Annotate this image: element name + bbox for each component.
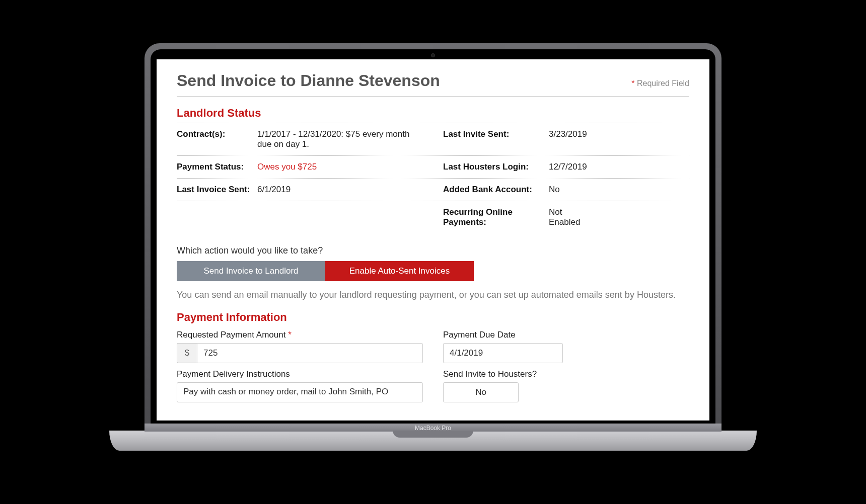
payment-status-value: Owes you $725 [257, 162, 317, 172]
recurring-value: Not Enabled [549, 207, 589, 227]
last-invoice-value: 6/1/2019 [257, 185, 291, 195]
due-date-field: Payment Due Date [443, 330, 689, 363]
requested-amount-input[interactable] [197, 343, 423, 363]
status-row-contracts: Contract(s): 1/1/2017 - 12/31/2020: $75 … [177, 123, 689, 155]
status-col-left: Contract(s): 1/1/2017 - 12/31/2020: $75 … [177, 129, 423, 149]
action-button-group: Send Invoice to Landlord Enable Auto-Sen… [177, 261, 474, 281]
due-date-label: Payment Due Date [443, 330, 689, 340]
delivery-instructions-field: Payment Delivery Instructions Pay with c… [177, 369, 423, 402]
last-invoice-label: Last Invoice Sent: [177, 185, 257, 195]
laptop-inner-bezel: Send Invoice to Dianne Stevenson * Requi… [151, 49, 715, 425]
status-col-left [177, 207, 423, 227]
page-title: Send Invoice to Dianne Stevenson [177, 71, 440, 90]
action-prompt: Which action would you like to take? [177, 245, 689, 256]
last-invite-label: Last Invite Sent: [443, 129, 549, 149]
app-screen: Send Invoice to Dianne Stevenson * Requi… [157, 59, 709, 421]
status-row-recurring: Recurring Online Payments: Not Enabled [177, 201, 689, 233]
requested-amount-label: Requested Payment Amount * [177, 330, 423, 340]
send-invite-field: Send Invite to Housters? No [443, 369, 689, 402]
status-col-left: Last Invoice Sent: 6/1/2019 [177, 185, 423, 195]
payment-status-label: Payment Status: [177, 162, 257, 172]
last-login-label: Last Housters Login: [443, 162, 549, 172]
status-col-right: Last Invite Sent: 3/23/2019 [443, 129, 689, 149]
contracts-label: Contract(s): [177, 129, 257, 149]
delivery-instructions-label: Payment Delivery Instructions [177, 369, 423, 379]
status-col-right: Last Housters Login: 12/7/2019 [443, 162, 689, 172]
required-asterisk: * [288, 330, 292, 340]
send-invoice-button[interactable]: Send Invoice to Landlord [177, 261, 325, 281]
status-row-payment-status: Payment Status: Owes you $725 Last Houst… [177, 155, 689, 178]
payment-information-section: Payment Information Requested Payment Am… [177, 311, 689, 402]
laptop-bezel: Send Invoice to Dianne Stevenson * Requi… [145, 43, 721, 431]
status-col-right: Added Bank Account: No [443, 185, 689, 195]
requested-amount-label-text: Requested Payment Amount [177, 330, 288, 340]
bank-account-value: No [549, 185, 560, 195]
contracts-value: 1/1/2017 - 12/31/2020: $75 every month d… [257, 129, 423, 149]
form-row-2: Payment Delivery Instructions Pay with c… [177, 369, 689, 402]
send-invite-select[interactable]: No [443, 382, 519, 402]
page-content: Send Invoice to Dianne Stevenson * Requi… [157, 59, 709, 414]
delivery-instructions-input[interactable]: Pay with cash or money order, mail to Jo… [177, 382, 423, 402]
status-col-left: Payment Status: Owes you $725 [177, 162, 423, 172]
laptop-base: MacBook Pro [109, 431, 757, 451]
camera-icon [431, 53, 435, 57]
form-row-1: Requested Payment Amount * $ Payment Due… [177, 330, 689, 363]
action-help-text: You can send an email manually to your l… [177, 288, 689, 302]
laptop-notch [393, 431, 473, 438]
landlord-status-heading: Landlord Status [177, 107, 689, 120]
due-date-input[interactable] [443, 343, 563, 363]
send-invite-label: Send Invite to Housters? [443, 369, 689, 379]
recurring-label: Recurring Online Payments: [443, 207, 549, 227]
status-col-right: Recurring Online Payments: Not Enabled [443, 207, 689, 227]
requested-amount-input-group: $ [177, 343, 423, 363]
required-label: Required Field [635, 79, 690, 88]
last-invite-value: 3/23/2019 [549, 129, 587, 149]
laptop-mockup: Send Invoice to Dianne Stevenson * Requi… [109, 43, 757, 461]
requested-amount-field: Requested Payment Amount * $ [177, 330, 423, 363]
page-header: Send Invoice to Dianne Stevenson * Requi… [177, 71, 689, 97]
dollar-sign-icon: $ [177, 343, 197, 363]
required-field-note: * Required Field [631, 79, 689, 88]
enable-auto-invoices-button[interactable]: Enable Auto-Sent Invoices [325, 261, 474, 281]
status-row-last-invoice: Last Invoice Sent: 6/1/2019 Added Bank A… [177, 178, 689, 201]
last-login-value: 12/7/2019 [549, 162, 587, 172]
bank-account-label: Added Bank Account: [443, 185, 549, 195]
payment-information-heading: Payment Information [177, 311, 689, 324]
